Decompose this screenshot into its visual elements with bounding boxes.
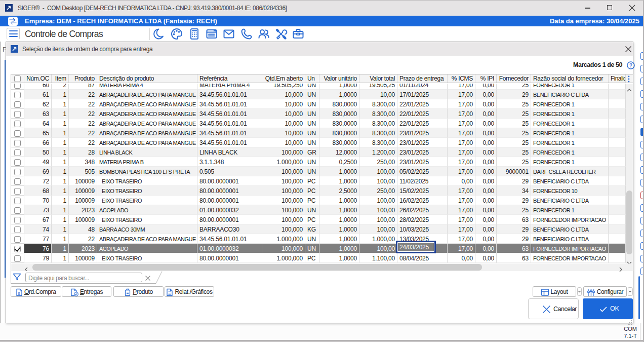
svg-text:$: $ [18,291,20,295]
svg-text:?: ? [629,63,632,68]
